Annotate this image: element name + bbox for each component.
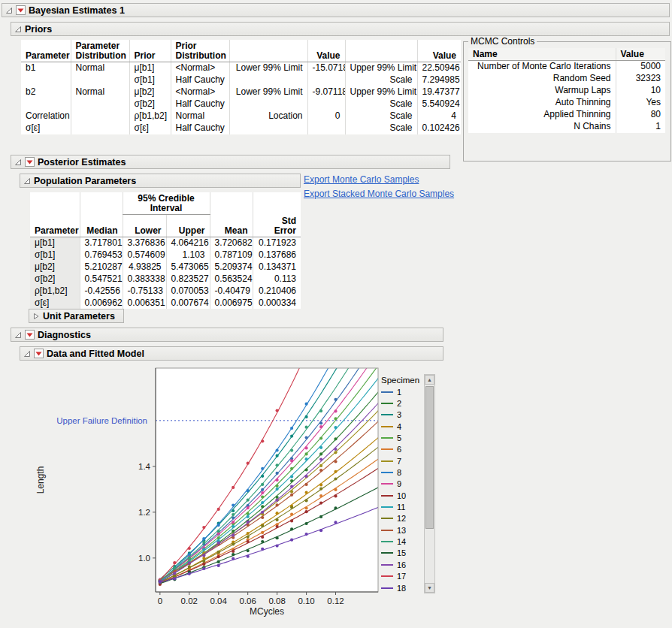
table-cell: Scale: [345, 74, 417, 86]
disclosure-closed-icon[interactable]: [32, 312, 40, 320]
plot-canvas[interactable]: Upper Failure Definition00.020.040.060.0…: [30, 365, 383, 624]
outline-bar-posterior-estimates[interactable]: Posterior Estimates: [11, 155, 450, 169]
table-cell: <Normal>: [171, 86, 229, 98]
disclosure-open-icon[interactable]: [14, 331, 22, 339]
legend-line-swatch: [381, 506, 393, 508]
outline-bar-population-parameters[interactable]: Population Parameters: [20, 174, 301, 188]
legend-item-specimen-5[interactable]: 5: [381, 432, 423, 443]
legend-item-specimen-3[interactable]: 3: [381, 409, 423, 421]
scrollbar-up-arrow-icon[interactable]: ▲: [425, 375, 434, 385]
scrollbar-thumb[interactable]: [425, 386, 434, 529]
table-cell: 5.210287: [80, 261, 123, 273]
table-cell: σ[b2]: [30, 273, 80, 285]
legend-line-swatch: [381, 495, 393, 497]
table-cell: Scale: [345, 98, 417, 110]
table-cell: 0.574609: [123, 249, 166, 261]
table-cell: -15.0718: [307, 62, 345, 74]
table-cell: 0.113: [253, 273, 301, 285]
legend-item-specimen-10[interactable]: 10: [381, 490, 423, 501]
table-cell: σ[b1]: [30, 249, 80, 261]
table-cell: 0.823527: [166, 273, 210, 285]
red-triangle-menu-icon[interactable]: [25, 157, 35, 167]
legend-label: 6: [397, 445, 401, 454]
legend-item-specimen-8[interactable]: 8: [381, 466, 423, 478]
table-cell: N Chains: [468, 121, 616, 133]
legend-label: 17: [397, 572, 406, 581]
legend-item-specimen-17[interactable]: 17: [381, 571, 423, 582]
scrollbar-down-arrow-icon[interactable]: ▼: [425, 583, 434, 593]
column-header: Value: [417, 40, 461, 62]
column-header: [345, 40, 417, 62]
table-cell: 5000: [616, 61, 665, 73]
legend-item-specimen-14[interactable]: 14: [381, 536, 423, 547]
table-cell: [71, 110, 129, 122]
legend-scrollbar[interactable]: ▲ ▼: [424, 374, 435, 593]
table-cell: 4.064216: [166, 237, 210, 249]
table-cell: 0.006975: [210, 297, 253, 309]
legend-item-specimen-16[interactable]: 16: [381, 559, 423, 570]
svg-text:MCycles: MCycles: [250, 606, 284, 617]
legend-item-specimen-2[interactable]: 2: [381, 397, 423, 409]
disclosure-open-icon[interactable]: [14, 26, 22, 33]
table-row: μ[b2]5.2102874.938255.4730655.2093740.13…: [30, 261, 301, 273]
table-cell: 0.787109: [210, 249, 253, 261]
outline-bar-data-and-fitted-model[interactable]: Data and Fitted Model: [20, 346, 443, 361]
table-cell: Random Seed: [468, 73, 616, 85]
table-cell: b1: [21, 62, 71, 74]
table-cell: 0.102426: [417, 122, 461, 134]
table-cell: 0: [307, 110, 345, 122]
table-row: μ[b1]3.7178013.3768364.0642163.7206820.1…: [30, 237, 301, 249]
red-triangle-menu-icon[interactable]: [16, 5, 26, 15]
table-cell: Scale: [345, 110, 417, 122]
disclosure-open-icon[interactable]: [23, 177, 31, 185]
table-cell: 5.540924: [417, 98, 461, 110]
table-row: σ[ε]0.0069620.0063510.0076740.0069750.00…: [30, 297, 301, 309]
red-triangle-menu-icon[interactable]: [25, 330, 35, 340]
disclosure-open-icon[interactable]: [14, 159, 22, 166]
outline-bar-unit-parameters[interactable]: Unit Parameters: [29, 309, 124, 323]
legend-item-specimen-11[interactable]: 11: [381, 501, 423, 512]
legend-item-specimen-13[interactable]: 13: [381, 524, 423, 536]
table-cell: Lower 99% Limit: [229, 62, 307, 74]
disclosure-open-icon[interactable]: [5, 7, 13, 14]
legend-label: 8: [397, 468, 401, 477]
column-header: Value: [616, 48, 665, 61]
table-cell: 4.93825: [123, 261, 166, 273]
export-monte-carlo-samples-link[interactable]: Export Monte Carlo Samples: [304, 174, 419, 185]
mcmc-controls-panel: MCMC Controls Name Value Number of Monte…: [463, 36, 671, 162]
legend-item-specimen-4[interactable]: 4: [381, 421, 423, 432]
scrollbar-track[interactable]: [425, 385, 434, 583]
table-cell: [71, 74, 129, 86]
svg-text:0.06: 0.06: [239, 596, 256, 605]
table-cell: Normal: [171, 110, 229, 122]
legend-item-specimen-18[interactable]: 18: [381, 582, 423, 593]
table-cell: 0.171923: [253, 237, 301, 249]
table-row: N Chains1: [468, 121, 665, 133]
table-row: b1Normalμ[b1]<Normal>Lower 99% Limit-15.…: [21, 62, 461, 74]
column-header: Median: [80, 215, 123, 237]
table-cell: [71, 98, 129, 110]
table-cell: 0.137686: [253, 249, 301, 261]
column-header: Mean: [210, 215, 253, 237]
outline-bar-bayesian-estimates-1[interactable]: Bayesian Estimates 1: [2, 3, 670, 17]
disclosure-open-icon[interactable]: [23, 350, 31, 358]
red-triangle-menu-icon[interactable]: [34, 349, 44, 358]
legend-item-specimen-15[interactable]: 15: [381, 548, 423, 559]
outline-bar-diagnostics[interactable]: Diagnostics: [11, 328, 443, 342]
table-cell: Upper 99% Limit: [345, 62, 417, 74]
table-cell: σ[b1]: [129, 74, 171, 86]
legend-item-specimen-9[interactable]: 9: [381, 479, 423, 490]
table-cell: σ[ε]: [21, 122, 71, 134]
table-cell: Scale: [345, 122, 417, 134]
legend-item-specimen-12[interactable]: 12: [381, 513, 423, 524]
table-cell: 32323: [616, 73, 665, 85]
export-stacked-monte-carlo-samples-link[interactable]: Export Stacked Monte Carlo Samples: [304, 189, 454, 199]
table-cell: σ[ε]: [129, 122, 171, 134]
outline-bar-priors[interactable]: Priors: [11, 22, 670, 36]
legend-item-specimen-1[interactable]: 1: [381, 386, 423, 397]
legend-item-specimen-7[interactable]: 7: [381, 455, 423, 466]
legend-label: 10: [397, 491, 406, 500]
column-header: Name: [468, 48, 616, 61]
legend-line-swatch: [381, 460, 393, 462]
legend-item-specimen-6[interactable]: 6: [381, 444, 423, 455]
